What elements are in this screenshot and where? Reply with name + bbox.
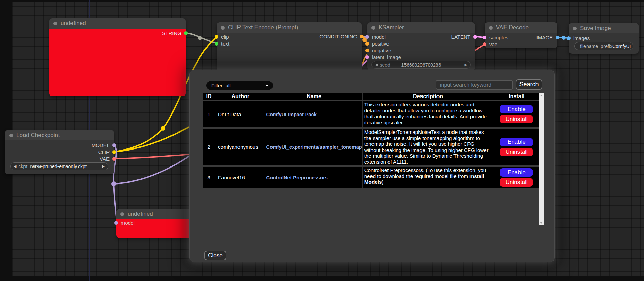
collapse-dot-icon[interactable] [371, 26, 375, 30]
node-title: KSampler [379, 24, 404, 31]
node-title: Save Image [580, 25, 611, 32]
search-button[interactable]: Search [516, 79, 542, 90]
input-slot-images[interactable]: images [567, 35, 590, 41]
table-row: 3 Fannovel16 ControlNet Preprocessors Co… [203, 167, 539, 188]
node-title-bar[interactable]: VAE Decode [485, 22, 557, 33]
uninstall-button[interactable]: Uninstall [500, 148, 533, 156]
extension-table-zone: ID Author Name Description Install 1 Dr.… [203, 93, 544, 225]
slot-dot-icon[interactable] [365, 42, 369, 46]
slot-dot-icon[interactable] [215, 42, 218, 46]
uninstall-button[interactable]: Uninstall [500, 178, 533, 187]
output-slot-vae[interactable]: VAE [100, 156, 116, 161]
slot-dot-icon[interactable] [215, 35, 218, 39]
node-undefined-top[interactable]: undefined STRING [49, 18, 186, 96]
node-title-bar[interactable]: Load Checkpoint [5, 130, 114, 140]
widget-value[interactable]: ComfyUI [612, 43, 631, 49]
slot-label: images [573, 35, 590, 41]
slot-dot-icon[interactable] [365, 55, 369, 59]
ckpt-name-widget[interactable]: ◀ ckpt_name v1-5-pruned-emaonly.ckpt ▶ [10, 162, 108, 170]
node-load-checkpoint[interactable]: Load Checkpoint MODEL CLIP VAE ◀ ckpt_na… [5, 130, 114, 174]
table-scrollbar[interactable] [539, 93, 544, 225]
input-slot-text[interactable]: text [215, 41, 229, 46]
table-header-row: ID Author Name Description Install [203, 93, 539, 100]
uninstall-button[interactable]: Uninstall [500, 115, 533, 123]
collapse-dot-icon[interactable] [9, 134, 13, 137]
output-slot-clip[interactable]: CLIP [98, 149, 116, 155]
slot-dot-icon[interactable] [556, 36, 559, 39]
node-save-image[interactable]: Save Image images filename_prefix ComfyU… [569, 23, 639, 54]
node-ksampler[interactable]: KSampler model positive negative latent_… [367, 22, 475, 70]
enable-button[interactable]: Enable [500, 138, 533, 146]
extension-link[interactable]: ControlNet Preprocessors [266, 175, 328, 180]
cell-description: This extension offers various detector n… [363, 101, 494, 127]
slot-dot-icon[interactable] [483, 36, 486, 39]
collapse-dot-icon[interactable] [120, 212, 124, 216]
extension-link[interactable]: ComfyUI Impact Pack [266, 112, 316, 117]
slot-dot-icon[interactable] [360, 35, 364, 38]
slot-dot-icon[interactable] [365, 35, 369, 39]
table-row: 2 comfyanonymous ComfyUI_experiments/sam… [203, 129, 539, 165]
input-slot-model[interactable]: model [114, 220, 135, 225]
cell-install: Enable Uninstall [494, 167, 539, 188]
slot-label: latent_image [372, 54, 401, 60]
scroll-up-icon[interactable] [540, 95, 543, 96]
collapse-dot-icon[interactable] [573, 27, 577, 30]
slot-dot-icon[interactable] [112, 150, 116, 154]
filename-prefix-widget[interactable]: filename_prefix ComfyUI [574, 42, 633, 50]
widget-label: filename_prefix [580, 43, 612, 49]
enable-button[interactable]: Enable [500, 168, 533, 177]
slot-dot-icon[interactable] [184, 31, 188, 35]
seed-widget[interactable]: ◀ seed 156680208700286 ▶ [371, 61, 471, 69]
widget-value[interactable]: 156680208700286 [372, 62, 470, 68]
input-slot-positive[interactable]: positive [365, 41, 389, 46]
input-slot-negative[interactable]: negative [365, 48, 391, 53]
node-title-bar[interactable]: undefined [116, 209, 194, 219]
enable-button[interactable]: Enable [500, 105, 533, 113]
input-slot-latent-image[interactable]: latent_image [365, 54, 401, 60]
input-slot-clip[interactable]: clip [215, 34, 229, 39]
comfyui-canvas[interactable]: undefined STRING CLIP Text Encode (Promp… [0, 0, 644, 281]
output-slot-model[interactable]: MODEL [92, 142, 116, 148]
node-undefined-bottom[interactable]: undefined model [116, 209, 194, 238]
collapse-dot-icon[interactable] [489, 26, 493, 30]
header-install: Install [494, 93, 539, 100]
slot-dot-icon[interactable] [112, 143, 116, 147]
output-slot-latent[interactable]: LATENT [451, 34, 477, 39]
slot-label: positive [372, 41, 389, 47]
cell-author: Fannovel16 [215, 167, 263, 188]
output-slot-image[interactable]: IMAGE [536, 35, 559, 40]
output-slot-string[interactable]: STRING [162, 30, 188, 36]
node-title-bar[interactable]: undefined [49, 18, 186, 29]
input-slot-vae[interactable]: vae [483, 41, 497, 47]
input-slot-model[interactable]: model [365, 34, 386, 39]
node-title-bar[interactable]: CLIP Text Encode (Prompt) [217, 22, 362, 33]
header-name: Name [263, 93, 362, 100]
cell-author: Dr.Lt.Data [215, 101, 263, 127]
description-text: ControlNet Preprocessors. (To use this e… [364, 167, 486, 179]
node-vae-decode[interactable]: VAE Decode samples vae IMAGE [485, 22, 557, 48]
extension-link[interactable]: ComfyUI_experiments/sampler_tonemap [266, 144, 362, 150]
error-node-body [49, 29, 186, 96]
slot-dot-icon[interactable] [112, 157, 116, 161]
slot-dot-icon[interactable] [473, 35, 477, 39]
extension-manager-dialog: Filter: all Search ID Author Name Descri… [189, 70, 555, 262]
slot-dot-icon[interactable] [114, 221, 118, 225]
slot-dot-icon[interactable] [365, 49, 369, 52]
node-title-bar[interactable]: KSampler [367, 22, 475, 33]
node-title-bar[interactable]: Save Image [569, 23, 639, 33]
cell-install: Enable Uninstall [494, 101, 539, 127]
collapse-dot-icon[interactable] [221, 26, 225, 30]
slot-dot-icon[interactable] [567, 36, 571, 40]
cell-name: ControlNet Preprocessors [263, 167, 362, 188]
filter-select[interactable]: Filter: all [206, 81, 273, 90]
node-clip-text-encode[interactable]: CLIP Text Encode (Prompt) clip text COND… [217, 22, 362, 73]
output-slot-conditioning[interactable]: CONDITIONING [319, 34, 364, 39]
scroll-down-icon[interactable] [540, 222, 543, 224]
close-button[interactable]: Close [204, 251, 226, 260]
node-title: CLIP Text Encode (Prompt) [228, 24, 298, 31]
input-slot-samples[interactable]: samples [483, 35, 508, 40]
slot-dot-icon[interactable] [483, 42, 486, 46]
widget-value[interactable]: v1-5-pruned-emaonly.ckpt [11, 164, 108, 169]
collapse-dot-icon[interactable] [53, 22, 57, 25]
search-input[interactable] [436, 80, 513, 90]
